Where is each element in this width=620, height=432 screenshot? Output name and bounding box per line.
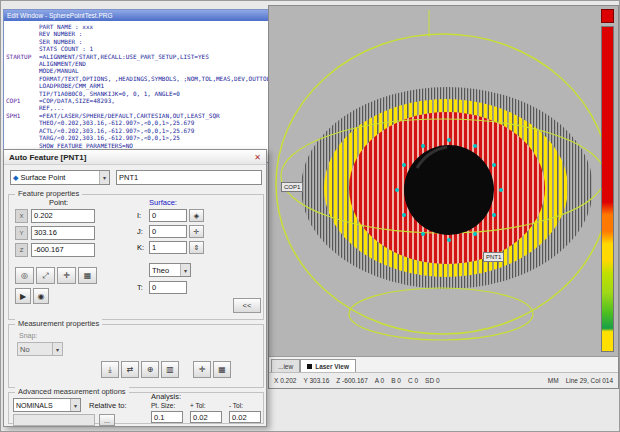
browse-button[interactable]: ... <box>99 414 115 426</box>
deviation-colorbar <box>601 26 614 352</box>
view-tab-strip: ...iew Laser View <box>269 356 618 372</box>
code-line-label <box>6 90 39 97</box>
analysis-field: - Tol: 0.02 <box>229 402 261 423</box>
code-line-text: SER NUMBER : <box>39 38 82 45</box>
code-line: STATS COUNT : 1 <box>6 45 292 52</box>
code-line-text: REV NUMBER : <box>39 30 82 37</box>
feature-toggle-icon[interactable]: ⤢ <box>36 267 55 284</box>
analysis-field: Pt. Size: 0.1 <box>151 402 183 423</box>
analysis-field-input[interactable]: 0.02 <box>190 411 222 423</box>
status-units: MM <box>548 377 559 384</box>
vector-input[interactable]: 0 <box>149 209 187 222</box>
surface-link[interactable]: Surface: <box>149 198 177 207</box>
code-line-text: ACTL/<0.202,303.16,-612.907>,<0,0,1>,25.… <box>39 127 194 134</box>
measurement-tool-icon[interactable]: ⤓ <box>101 361 119 378</box>
t-input[interactable]: 0 <box>149 281 187 294</box>
vector-axis-label: J: <box>137 227 147 236</box>
code-line-label <box>6 67 39 74</box>
coordinate-input[interactable]: 0.202 <box>31 209 95 223</box>
code-line-text: MODE/MANUAL <box>39 67 79 74</box>
code-line: COP1 =COP/DATA,SIZE=48293, <box>6 97 292 104</box>
feature-action-icon[interactable]: ◉ <box>33 288 49 304</box>
feature-name-input[interactable]: PNT1 <box>116 170 262 185</box>
code-line: SER NUMBER : <box>6 38 292 45</box>
code-line-label <box>6 127 39 134</box>
code-line: SHOW FEATURE PARAMETERS=NO <box>6 142 292 149</box>
laser-scan-viewport[interactable]: COP1 PNT1 <box>269 6 618 356</box>
tab-laser-view[interactable]: Laser View <box>300 359 356 372</box>
code-editor[interactable]: PART NAME : xxx REV NUMBER : SER NUMBER … <box>4 21 292 162</box>
snap-label: Snap: <box>19 332 37 339</box>
nominals-value: NOMINALS <box>16 402 53 409</box>
code-line-text: =COP/DATA,SIZE=48293, <box>39 97 115 104</box>
cop-feature-tag[interactable]: COP1 <box>281 182 303 192</box>
feature-toggle-icon[interactable]: ✛ <box>57 267 76 284</box>
close-icon[interactable]: ✕ <box>252 152 263 163</box>
code-line-text: LOADPROBE/CMM_ARM1 <box>39 82 104 89</box>
tab-label: Laser View <box>315 361 349 372</box>
nominals-dropdown[interactable]: NOMINALS ▾ <box>13 398 81 412</box>
coordinate-row: X 0.202 <box>15 209 95 223</box>
feature-action-icon[interactable]: ▶ <box>15 288 31 304</box>
code-line-label: SPH1 <box>6 112 39 119</box>
snap-dropdown[interactable]: No ▾ <box>17 342 63 356</box>
code-line-text: TIP/T1A0B0C0, SHANKIJK=0, 0, 1, ANGLE=0 <box>39 90 180 97</box>
vector-input[interactable]: 0 <box>149 225 187 238</box>
feature-action-buttons: ▶◉ <box>15 288 49 304</box>
group-label: Advanced measurement options <box>15 387 129 396</box>
code-line-text: SHOW FEATURE PARAMETERS=NO <box>39 142 133 149</box>
status-item: B 0 <box>391 377 401 384</box>
measurement-tool-icon[interactable]: ✛ <box>193 361 211 378</box>
theo-value: Theo <box>152 266 169 275</box>
dialog-titlebar[interactable]: Auto Feature [PNT1] <box>4 150 266 165</box>
coordinate-input[interactable]: 303.16 <box>31 226 95 240</box>
code-line-label <box>6 134 39 141</box>
feature-toggle-icon[interactable]: ▦ <box>78 267 97 284</box>
feature-type-dropdown[interactable]: ◆ Surface Point ▾ <box>10 170 110 185</box>
measurement-tool-icon[interactable]: ▥ <box>161 361 179 378</box>
feature-toggle-icon[interactable]: ◎ <box>15 267 34 284</box>
code-line-text: PART NAME : xxx <box>39 23 93 30</box>
measurement-tool-icon[interactable]: ⇄ <box>121 361 139 378</box>
vector-tool-icon[interactable]: ⇕ <box>189 241 204 254</box>
code-line: FORMAT/TEXT,OPTIONS, ,HEADINGS,SYMBOLS, … <box>6 75 292 82</box>
analysis-field-input[interactable]: 0.1 <box>151 411 183 423</box>
feature-type-value: Surface Point <box>20 173 65 182</box>
analysis-field-input[interactable]: 0.02 <box>229 411 261 423</box>
auto-feature-dialog: Auto Feature [PNT1] ✕ ◆ Surface Point ▾ … <box>3 149 267 427</box>
analysis-field-label: Pt. Size: <box>151 402 183 409</box>
tab-view-partial[interactable]: ...iew <box>271 359 300 372</box>
axis-chip: X <box>15 209 28 223</box>
vector-tool-icon[interactable]: ◈ <box>189 209 204 222</box>
edit-window-titlebar[interactable]: Edit Window - SpherePointTest.PRG <box>4 10 292 21</box>
status-item: A 0 <box>375 377 384 384</box>
colorbar-top-block <box>601 9 614 23</box>
vector-input[interactable]: 1 <box>149 241 187 254</box>
status-item: X 0.202 <box>274 377 296 384</box>
vector-axis-label: I: <box>137 211 147 220</box>
status-coordinates: X 0.202Y 303.16Z -600.167A 0B 0C 0SD 0 <box>274 377 440 384</box>
code-line-label: COP1 <box>6 97 39 104</box>
measurement-tool-icon[interactable]: ⊕ <box>141 361 159 378</box>
measurement-tool-icon[interactable]: ▦ <box>213 361 231 378</box>
sphere-feature <box>404 145 494 235</box>
code-line-label <box>6 119 39 126</box>
code-line-label <box>6 45 39 52</box>
pnt-feature-tag[interactable]: PNT1 <box>483 252 504 262</box>
axis-chip: Z <box>15 243 28 257</box>
point-label: Point: <box>49 198 68 207</box>
vector-axis-label: K: <box>137 243 147 252</box>
chevron-down-icon: ▾ <box>52 343 62 355</box>
chevron-down-icon: ▾ <box>180 264 190 276</box>
group-label: Measurement properties <box>15 319 102 328</box>
relative-to-input[interactable] <box>13 414 95 426</box>
theo-dropdown[interactable]: Theo ▾ <box>149 263 191 277</box>
status-bar: X 0.202Y 303.16Z -600.167A 0B 0C 0SD 0 M… <box>269 372 618 388</box>
status-item: Z -600.167 <box>336 377 367 384</box>
coordinate-input[interactable]: -600.167 <box>31 243 95 257</box>
vector-tool-icon[interactable]: ✛ <box>189 225 204 238</box>
collapse-button[interactable]: << <box>233 298 261 313</box>
feature-properties-group: Feature properties Point: X 0.202 Y 303.… <box>8 194 264 320</box>
code-line: REF,... <box>6 104 292 111</box>
code-line-label: STARTUP <box>6 53 39 60</box>
